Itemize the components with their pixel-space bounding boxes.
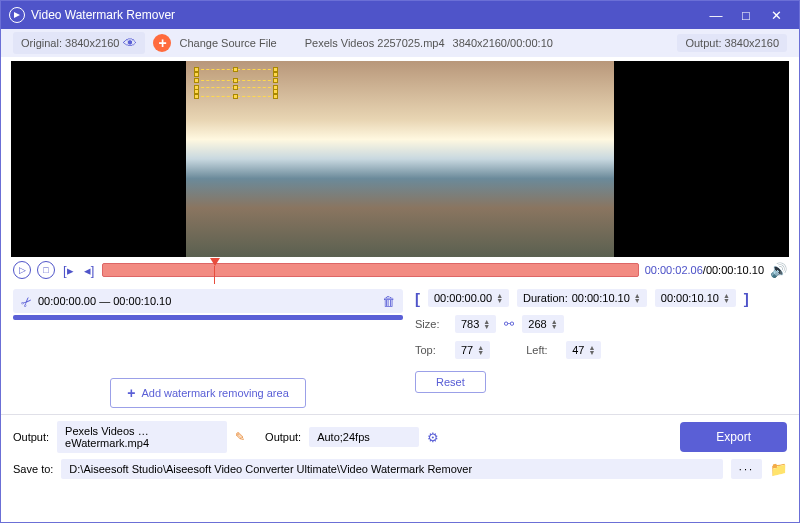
spinner-icon[interactable]: ▲▼ bbox=[723, 293, 730, 303]
clip-range: 00:00:00.00 — 00:00:10.10 bbox=[38, 295, 171, 307]
timeline-scrubber[interactable] bbox=[102, 263, 638, 277]
scissors-icon: ✂ bbox=[17, 292, 35, 310]
volume-icon[interactable]: 🔊 bbox=[770, 262, 787, 278]
browse-folder-button[interactable]: ··· bbox=[731, 459, 762, 479]
left-input[interactable]: 47▲▼ bbox=[566, 341, 601, 359]
settings-icon[interactable]: ⚙ bbox=[427, 430, 439, 445]
watermark-selection[interactable] bbox=[196, 87, 276, 97]
watermark-selection[interactable] bbox=[196, 69, 276, 81]
spinner-icon[interactable]: ▲▼ bbox=[634, 293, 641, 303]
save-to-label: Save to: bbox=[13, 463, 53, 475]
add-source-icon[interactable]: + bbox=[153, 34, 171, 52]
playhead-icon[interactable] bbox=[210, 258, 220, 266]
output-size-pill: Output: 3840x2160 bbox=[677, 34, 787, 52]
video-preview[interactable] bbox=[11, 61, 789, 257]
output-filename: Pexels Videos …eWatermark.mp4 bbox=[57, 421, 227, 453]
titlebar: Video Watermark Remover — □ ✕ bbox=[1, 1, 799, 29]
edit-filename-icon[interactable]: ✎ bbox=[235, 430, 245, 444]
bracket-start-button[interactable]: [ bbox=[415, 290, 420, 307]
close-button[interactable]: ✕ bbox=[761, 8, 791, 23]
spinner-icon[interactable]: ▲▼ bbox=[551, 319, 558, 329]
clip-item[interactable]: ✂ 00:00:00.00 — 00:00:10.10 🗑 bbox=[13, 289, 403, 313]
maximize-button[interactable]: □ bbox=[731, 8, 761, 23]
top-label: Top: bbox=[415, 344, 447, 356]
add-watermark-area-button[interactable]: +Add watermark removing area bbox=[110, 378, 306, 408]
spinner-icon[interactable]: ▲▼ bbox=[496, 293, 503, 303]
source-fileinfo: 3840x2160/00:00:10 bbox=[453, 37, 553, 49]
width-input[interactable]: 783▲▼ bbox=[455, 315, 496, 333]
spinner-icon[interactable]: ▲▼ bbox=[588, 345, 595, 355]
height-input[interactable]: 268▲▼ bbox=[522, 315, 563, 333]
bracket-end-button[interactable]: ] bbox=[744, 290, 749, 307]
end-time-input[interactable]: 00:00:10.10▲▼ bbox=[655, 289, 736, 307]
plus-icon: + bbox=[127, 385, 135, 401]
delete-clip-icon[interactable]: 🗑 bbox=[382, 294, 395, 309]
duration-input[interactable]: Duration:00:00:10.10▲▼ bbox=[517, 289, 647, 307]
mark-out-button[interactable]: ◂] bbox=[82, 263, 97, 278]
app-logo-icon bbox=[9, 7, 25, 23]
top-input[interactable]: 77▲▼ bbox=[455, 341, 490, 359]
mark-in-button[interactable]: [▸ bbox=[61, 263, 76, 278]
top-info-bar: Original: 3840x2160👁 + Change Source Fil… bbox=[1, 29, 799, 57]
video-frame bbox=[186, 61, 614, 257]
stop-button[interactable]: □ bbox=[37, 261, 55, 279]
size-label: Size: bbox=[415, 318, 447, 330]
app-title: Video Watermark Remover bbox=[31, 8, 701, 22]
spinner-icon[interactable]: ▲▼ bbox=[477, 345, 484, 355]
link-aspect-icon[interactable]: ⚯ bbox=[504, 317, 514, 331]
output-format[interactable]: Auto;24fps bbox=[309, 427, 419, 447]
bottom-panel: Output: Pexels Videos …eWatermark.mp4 ✎ … bbox=[1, 414, 799, 491]
reset-button[interactable]: Reset bbox=[415, 371, 486, 393]
left-label: Left: bbox=[526, 344, 558, 356]
start-time-input[interactable]: 00:00:00.00▲▼ bbox=[428, 289, 509, 307]
change-source-button[interactable]: Change Source File bbox=[179, 37, 276, 49]
export-button[interactable]: Export bbox=[680, 422, 787, 452]
play-button[interactable]: ▷ bbox=[13, 261, 31, 279]
minimize-button[interactable]: — bbox=[701, 8, 731, 23]
time-display: 00:00:02.06/00:00:10.10 bbox=[645, 264, 764, 276]
save-path: D:\Aiseesoft Studio\Aiseesoft Video Conv… bbox=[61, 459, 722, 479]
spinner-icon[interactable]: ▲▼ bbox=[483, 319, 490, 329]
output-file-label: Output: bbox=[13, 431, 49, 443]
playback-controls: ▷ □ [▸ ◂] 00:00:02.06/00:00:10.10 🔊 bbox=[1, 257, 799, 283]
original-size-pill: Original: 3840x2160👁 bbox=[13, 32, 145, 54]
open-folder-icon[interactable]: 📁 bbox=[770, 461, 787, 477]
visibility-icon[interactable]: 👁 bbox=[123, 35, 137, 51]
output-format-label: Output: bbox=[265, 431, 301, 443]
source-filename: Pexels Videos 2257025.mp4 bbox=[305, 37, 445, 49]
clip-progress bbox=[13, 315, 403, 320]
